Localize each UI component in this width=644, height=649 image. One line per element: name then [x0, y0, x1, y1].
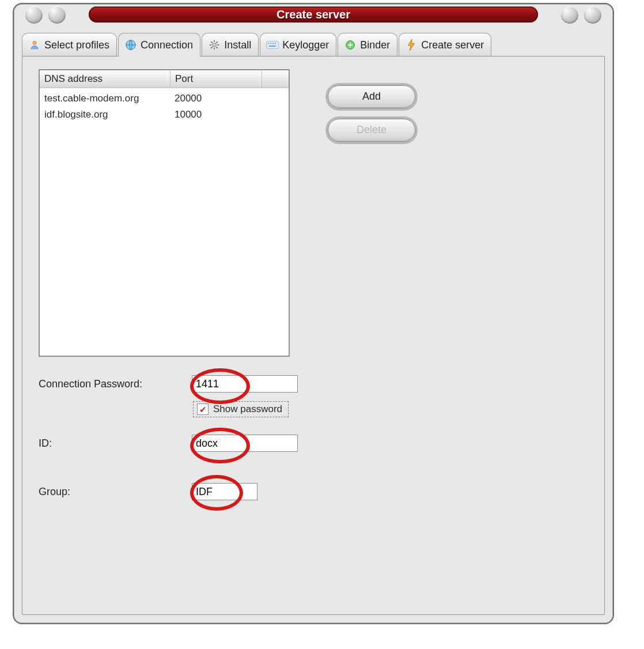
tab-create-server[interactable]: Create server: [399, 33, 491, 56]
svg-point-0: [33, 41, 36, 44]
listview-header: DNS address Port: [40, 70, 289, 88]
svg-line-8: [216, 47, 218, 48]
show-password-label: Show password: [213, 403, 282, 415]
group-label: Group:: [39, 486, 181, 498]
person-icon: [28, 39, 41, 51]
dns-cell: test.cable-modem.org: [40, 93, 170, 104]
column-header-port[interactable]: Port: [171, 70, 262, 88]
connection-password-row: Connection Password:: [39, 375, 298, 393]
titlebar-orb: [584, 6, 601, 24]
delete-button: Delete: [328, 119, 415, 142]
gear-icon: [208, 39, 221, 51]
connection-password-label: Connection Password:: [39, 378, 181, 390]
add-button[interactable]: Add: [328, 85, 415, 108]
svg-rect-15: [275, 43, 276, 44]
connection-password-input[interactable]: [192, 375, 298, 393]
svg-rect-16: [269, 46, 276, 47]
tab-strip: Select profiles Connection Install Keylo…: [22, 33, 605, 57]
titlebar: Create server: [14, 4, 613, 29]
create-server-window: Create server Select profiles Connection…: [13, 3, 614, 624]
column-header-dns[interactable]: DNS address: [40, 70, 171, 88]
show-password-checkbox[interactable]: ✔ Show password: [193, 401, 289, 417]
id-row: ID:: [39, 435, 298, 452]
checkbox-box: ✔: [197, 403, 209, 415]
svg-line-10: [216, 41, 218, 43]
port-cell: 20000: [170, 93, 261, 104]
window-title: Create server: [89, 6, 538, 22]
tab-content-connection: DNS address Port test.cable-modem.org 20…: [22, 56, 605, 615]
svg-line-9: [211, 47, 213, 48]
tab-install[interactable]: Install: [202, 33, 259, 56]
dns-listview[interactable]: DNS address Port test.cable-modem.org 20…: [39, 69, 290, 357]
tab-label: Select profiles: [44, 39, 109, 51]
svg-point-2: [213, 43, 217, 47]
tab-label: Keylogger: [282, 39, 329, 51]
svg-rect-11: [267, 41, 278, 49]
tab-label: Connection: [141, 39, 193, 51]
dns-cell: idf.blogsite.org: [40, 109, 170, 120]
group-row: Group:: [39, 483, 257, 500]
plus-circle-icon: [344, 39, 357, 51]
keyboard-icon: [266, 39, 279, 51]
titlebar-orb: [48, 6, 66, 24]
lightning-icon: [405, 39, 418, 51]
column-header-spare[interactable]: [262, 70, 289, 88]
svg-line-7: [211, 41, 213, 43]
svg-rect-14: [272, 43, 274, 44]
check-icon: ✔: [199, 405, 207, 414]
list-item[interactable]: test.cable-modem.org 20000: [40, 90, 289, 107]
show-password-row: ✔ Show password: [193, 401, 289, 417]
tab-label: Install: [224, 39, 251, 51]
list-item[interactable]: idf.blogsite.org 10000: [40, 107, 289, 123]
listview-body: test.cable-modem.org 20000 idf.blogsite.…: [40, 88, 289, 123]
id-label: ID:: [39, 437, 181, 450]
globe-icon: [124, 39, 137, 51]
port-cell: 10000: [170, 109, 261, 120]
titlebar-orb: [25, 6, 43, 24]
id-input[interactable]: [192, 435, 298, 452]
tab-label: Create server: [421, 39, 484, 51]
tab-label: Binder: [360, 39, 390, 51]
svg-rect-13: [270, 43, 271, 44]
tab-binder[interactable]: Binder: [338, 33, 397, 56]
titlebar-orb: [561, 6, 578, 24]
group-input[interactable]: [192, 483, 257, 500]
tab-select-profiles[interactable]: Select profiles: [22, 33, 117, 56]
tab-keylogger[interactable]: Keylogger: [260, 33, 336, 56]
tab-connection[interactable]: Connection: [118, 33, 200, 56]
svg-rect-12: [268, 43, 269, 44]
